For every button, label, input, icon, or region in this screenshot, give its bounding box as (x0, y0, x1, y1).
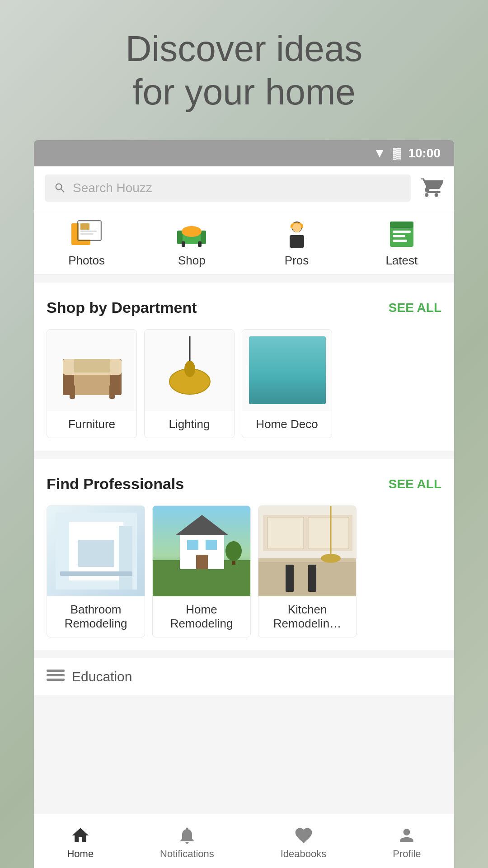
bathroom-image (47, 506, 145, 596)
svg-rect-55 (308, 565, 316, 592)
search-placeholder-text: Search Houzz (73, 181, 152, 195)
prof-cards-container: Bathroom Remodeling (47, 505, 441, 637)
photos-icon (70, 220, 103, 249)
dept-see-all[interactable]: SEE ALL (389, 301, 441, 315)
svg-rect-6 (80, 233, 93, 235)
dept-card-furniture[interactable]: Furniture (47, 329, 137, 438)
scroll-content[interactable]: Shop by Department SEE ALL (34, 274, 454, 814)
svg-rect-12 (198, 241, 202, 247)
nav-item-latest[interactable]: Latest (384, 218, 420, 268)
latest-icon (385, 220, 418, 249)
hero-title: Discover ideas for your home (0, 27, 488, 114)
extra-section-hint: Education (34, 658, 454, 695)
svg-rect-39 (60, 571, 132, 576)
bathroom-label: Bathroom Remodeling (47, 596, 145, 637)
profile-nav-label: Profile (393, 848, 421, 860)
bottom-nav-ideabooks[interactable]: Ideabooks (281, 826, 327, 860)
home-nav-label: Home (67, 848, 94, 860)
status-bar: ▼ ▓ 10:00 (34, 140, 454, 166)
profile-nav-icon (397, 826, 417, 845)
pros-icon-container (279, 218, 315, 250)
home-deco-label: Home Deco (242, 411, 332, 438)
furniture-label: Furniture (47, 411, 136, 438)
notifications-nav-label: Notifications (160, 848, 214, 860)
svg-rect-54 (286, 565, 294, 592)
home-remodeling-label: Home Remodeling (153, 596, 250, 637)
search-icon (54, 182, 66, 194)
svg-point-57 (321, 554, 341, 563)
pros-icon (281, 220, 313, 249)
svg-rect-44 (206, 540, 217, 550)
svg-point-10 (182, 226, 202, 237)
svg-point-47 (225, 541, 242, 561)
notifications-nav-icon (177, 826, 197, 845)
prof-section-title: Find Professionals (47, 475, 184, 493)
dept-card-lighting[interactable]: Lighting (144, 329, 235, 438)
bottom-nav: Home Notifications Ideabooks Profile (34, 814, 454, 868)
svg-point-16 (292, 223, 301, 232)
pros-label: Pros (285, 254, 309, 268)
nav-item-shop[interactable]: Shop (174, 218, 210, 268)
bottom-nav-home[interactable]: Home (67, 826, 94, 860)
dept-section-title: Shop by Department (47, 299, 197, 316)
home-remodeling-image (153, 506, 251, 596)
top-nav: Photos Shop (34, 210, 454, 274)
photos-icon-container (69, 218, 105, 250)
find-professionals-section: Find Professionals SEE ALL (34, 459, 454, 650)
svg-rect-53 (308, 517, 349, 549)
svg-rect-45 (196, 555, 208, 569)
svg-rect-28 (74, 359, 110, 373)
extras-label: Education (72, 669, 132, 684)
photos-label: Photos (68, 254, 105, 268)
lighting-image (145, 330, 235, 411)
kitchen-label: Kitchen Remodelin… (258, 596, 356, 637)
shop-label: Shop (178, 254, 206, 268)
nav-item-pros[interactable]: Pros (279, 218, 315, 268)
svg-rect-4 (80, 223, 89, 230)
svg-rect-49 (258, 560, 357, 596)
lighting-label: Lighting (145, 411, 234, 438)
dept-card-home-deco[interactable]: Home Deco (242, 329, 332, 438)
hero-section: Discover ideas for your home (0, 27, 488, 114)
prof-card-home-remodeling[interactable]: Home Remodeling (152, 505, 251, 637)
prof-card-bathroom[interactable]: Bathroom Remodeling (47, 505, 145, 637)
home-deco-image (242, 330, 332, 411)
clock: 10:00 (408, 146, 441, 160)
svg-rect-50 (258, 558, 357, 562)
svg-rect-22 (393, 240, 407, 242)
app-container: ▼ ▓ 10:00 Search Houzz (34, 140, 454, 868)
cart-icon[interactable] (420, 175, 443, 201)
svg-marker-42 (175, 515, 229, 535)
shop-icon-container (174, 218, 210, 250)
svg-rect-37 (78, 540, 114, 567)
wifi-icon: ▼ (373, 146, 386, 160)
search-input-wrap[interactable]: Search Houzz (45, 175, 411, 202)
svg-rect-11 (182, 241, 185, 247)
furniture-image (47, 330, 137, 411)
prof-section-header: Find Professionals SEE ALL (47, 475, 441, 493)
svg-rect-29 (70, 385, 75, 399)
search-bar: Search Houzz (34, 166, 454, 210)
shop-by-department-section: Shop by Department SEE ALL (34, 283, 454, 451)
bottom-nav-profile[interactable]: Profile (393, 826, 421, 860)
home-nav-icon (70, 826, 90, 845)
prof-card-kitchen[interactable]: Kitchen Remodelin… (258, 505, 357, 637)
menu-lines-icon (47, 670, 65, 684)
dept-cards-container: Furniture Lighting (47, 329, 441, 438)
shop-icon (175, 220, 208, 249)
svg-rect-21 (393, 235, 405, 237)
svg-rect-30 (109, 385, 115, 399)
kitchen-image (258, 506, 357, 596)
svg-rect-20 (393, 231, 411, 233)
prof-see-all[interactable]: SEE ALL (389, 477, 441, 491)
svg-rect-17 (290, 235, 304, 248)
svg-rect-23 (390, 222, 413, 228)
dept-section-header: Shop by Department SEE ALL (47, 299, 441, 316)
svg-rect-38 (119, 526, 132, 590)
latest-icon-container (384, 218, 420, 250)
nav-item-photos[interactable]: Photos (68, 218, 105, 268)
svg-rect-52 (267, 517, 304, 549)
ideabooks-nav-label: Ideabooks (281, 848, 327, 860)
ideabooks-nav-icon (294, 826, 314, 845)
bottom-nav-notifications[interactable]: Notifications (160, 826, 214, 860)
